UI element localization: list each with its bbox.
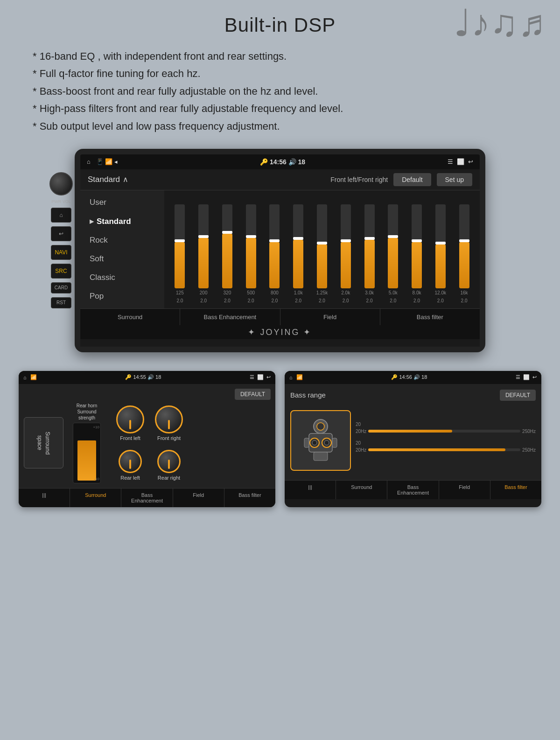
back-icon[interactable]: ↩ [266,374,271,380]
bass-panel-tab-enhancement[interactable]: BassEnhancement [387,481,439,499]
freq-8k: 8.0k [406,290,428,295]
tab-bass-filter[interactable]: Bass filter [380,309,480,325]
val-10: 2.0 [382,298,404,303]
back-icon[interactable]: ↩ [468,158,473,165]
rear-left-dial[interactable] [119,450,142,473]
bass-panel-tab-field[interactable]: Field [439,481,490,499]
tab-surround[interactable]: Surround [80,309,180,325]
tab-bass-enhancement[interactable]: Bass Enhancement [180,309,280,325]
slider-track[interactable] [388,204,398,288]
app-icons: 📱 📶 ◂ [96,158,118,165]
eq-screen: Standard ∧ Front left/Front right Defaul… [80,169,480,347]
status-left: ⌂ 📱 📶 ◂ [87,158,118,165]
src-btn[interactable]: SRC [51,264,71,279]
rear-right-dial[interactable] [157,450,181,473]
window-icon[interactable]: ⬜ [257,374,264,380]
back-icon[interactable]: ↩ [532,374,537,380]
preset-pop[interactable]: Pop [80,287,164,306]
slider-track[interactable] [459,204,469,288]
val-13: 2.0 [453,298,475,303]
surround-default-btn[interactable]: DEFAULT [235,389,271,400]
slider-thumb [435,242,446,244]
preset-soft[interactable]: Soft [80,250,164,268]
rst-btn[interactable]: RST [51,297,71,308]
val-12: 2.0 [429,298,451,303]
slider-col-12 [429,204,451,288]
panel-tab-bass-enhancement[interactable]: BassEnhancement [121,489,173,507]
slider-track[interactable] [269,204,280,288]
freq-labels: 125 200 320 500 800 1.0k 1.25k 2.0k 3.0k… [169,288,475,297]
slider-col-8 [335,204,357,288]
preset-selector[interactable]: Standard ∧ [88,175,128,184]
preset-standard[interactable]: ▸Standard [80,212,164,231]
top-section: ♩♪♫♬ Built-in DSP * 16-band EQ , with in… [0,0,560,144]
bass-slider-2-track[interactable] [368,448,520,451]
panel-tab-field[interactable]: Field [173,489,224,507]
bass-slider-1-label: 20 [356,422,536,427]
front-left-dial[interactable] [116,405,144,433]
slider-fill [222,234,232,288]
feature-item: * 16-band EQ , with independent front an… [33,48,532,65]
slider-track[interactable] [222,204,232,288]
bass-panel-tab-filter[interactable]: Bass filter [490,481,541,499]
slider-fill [435,244,446,288]
bass-panel-tab-eq[interactable]: ||| [285,481,336,499]
freq-800: 800 [264,290,286,295]
pwr-vol-label: PWR VOL [51,199,71,204]
rear-left-knob: Rear left [119,450,142,481]
slider-fill [388,238,398,288]
preset-classic[interactable]: Classic [80,268,164,287]
slider-fill [317,244,327,288]
slider-track[interactable] [317,204,327,288]
slider-track[interactable] [175,204,185,288]
val-9: 2.0 [358,298,380,303]
home-btn[interactable]: ⌂ [51,208,71,223]
freq-12k: 12.0k [429,290,451,295]
window-icon[interactable]: ⬜ [523,374,530,380]
bass-slider-2-right: 250Hz [522,447,536,453]
menu-icon[interactable]: ☰ [448,158,453,165]
slider-track[interactable] [341,204,351,288]
bass-slider-1-track[interactable] [368,430,520,433]
panel-tab-eq-icon[interactable]: ||| [19,489,70,507]
panel-tab-bass-filter[interactable]: Bass filter [224,489,275,507]
eq-sliders-area: 125 200 320 500 800 1.0k 1.25k 2.0k 3.0k… [164,190,480,308]
slider-track[interactable] [435,204,446,288]
menu-icon[interactable]: ☰ [250,374,254,380]
front-right-dial[interactable] [155,405,183,433]
preset-user[interactable]: User [80,193,164,212]
front-left-label: Front left [120,435,140,441]
slider-track[interactable] [198,204,209,288]
svg-point-1 [317,423,324,430]
signal-icon: 📶 [30,374,37,380]
setup-button[interactable]: Set up [437,173,472,186]
slider-track[interactable] [246,204,256,288]
back-btn[interactable]: ↩ [51,226,71,241]
front-right-knob: Front right [155,405,183,441]
bass-default-btn[interactable]: DEFAULT [500,390,536,401]
panel-tab-surround[interactable]: Surround [70,489,121,507]
window-icon[interactable]: ⬜ [457,158,464,165]
freq-125: 125 [169,290,191,295]
preset-rock[interactable]: Rock [80,231,164,250]
bass-status-time: 🔑 14:56 🔊 18 [391,374,427,380]
svg-rect-7 [314,452,328,461]
navi-btn[interactable]: NAVI [51,245,71,260]
slider-col-7 [311,204,333,288]
card-btn[interactable]: CARD [51,282,71,293]
pwr-vol-knob[interactable] [49,172,73,195]
menu-icon[interactable]: ☰ [516,374,520,380]
surround-space-label: Surroundspace [35,432,51,454]
slider-fill [412,242,422,288]
slider-track[interactable] [412,204,422,288]
slider-track[interactable] [293,204,303,288]
tab-field[interactable]: Field [280,309,380,325]
default-button[interactable]: Default [393,173,431,186]
slider-track[interactable] [364,204,375,288]
bass-status-right: ☰ ⬜ ↩ [516,374,537,380]
bass-panel-header: Bass range DEFAULT [290,390,536,401]
freq-1k: 1.0k [287,290,309,295]
slider-fill [269,242,280,288]
channel-label: Front left/Front right [330,176,388,183]
bass-panel-tab-surround[interactable]: Surround [336,481,387,499]
